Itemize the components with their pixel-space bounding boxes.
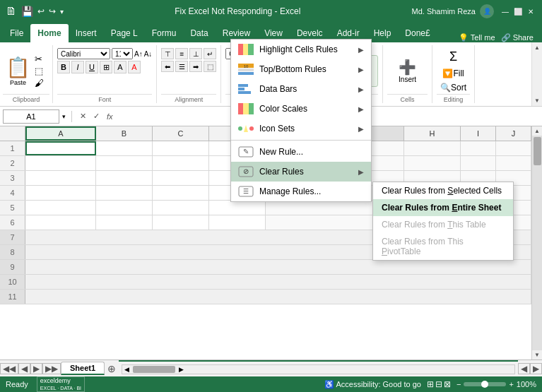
align-left-btn[interactable]: ⬅ [161,61,174,72]
paste-button[interactable]: 📋 Paste [3,54,33,88]
cf-menu-item-newrule[interactable]: ✎ New Rule... [231,142,371,162]
cell-b1[interactable] [96,141,153,155]
tab-formulas[interactable]: Formu [145,24,184,42]
col-header-b[interactable]: B [96,126,153,141]
cf-menu-item-managerules[interactable]: ☰ Manage Rules... [231,182,371,201]
cell-b5[interactable] [96,201,153,215]
col-header-c[interactable]: C [153,126,209,141]
increase-font-btn[interactable]: A↑ [134,50,143,58]
cell-h2[interactable] [404,156,461,170]
merge-btn[interactable]: ⬚ [204,61,216,72]
font-family-select[interactable]: Calibri [57,48,110,59]
clear-button[interactable]: 🔍Sort [439,81,468,94]
tab-done[interactable]: Done£ [398,24,437,42]
minimize-icon[interactable]: — [500,6,511,17]
zoom-in-btn[interactable]: + [509,380,513,388]
autosum-button[interactable]: Σ [448,48,459,66]
tab-file[interactable]: File [3,24,30,42]
tab-insert[interactable]: Insert [69,24,104,42]
clear-entire-sheet[interactable]: Clear Rules from Entire Sheet [373,199,513,216]
scroll-thumb[interactable] [534,137,541,165]
col-header-j[interactable]: J [496,126,531,141]
cf-menu-item-databars[interactable]: Data Bars ▶ [231,79,371,99]
name-box-arrow[interactable]: ▾ [62,113,66,120]
cell-b6[interactable] [96,215,153,230]
cell-c6[interactable] [153,215,209,230]
cell-d5[interactable] [209,201,266,215]
cell-b3[interactable] [96,171,153,185]
underline-btn[interactable]: U [86,61,98,73]
col-header-i[interactable]: I [461,126,496,141]
col-header-a[interactable]: A [25,126,96,141]
border-btn[interactable]: ⊞ [100,61,112,73]
format-painter-button[interactable]: 🖌 [35,78,44,88]
cell-c3[interactable] [153,171,209,185]
scroll-up-arrow[interactable]: ▲ [533,126,541,136]
page-break-btn[interactable]: ⊠ [444,379,451,389]
font-size-select[interactable]: 11 [112,48,133,59]
cell-a4[interactable] [25,186,96,200]
copy-button[interactable]: ⬚ [35,66,44,76]
cell-c1[interactable] [153,141,209,155]
sheet-nav-prev[interactable]: ◀ [18,363,30,374]
insert-cells-button[interactable]: ➕ Insert [396,57,419,85]
ribbon-scroll-down[interactable]: ▼ [532,95,542,106]
cf-menu-item-colorscales[interactable]: Color Scales ▶ [231,99,371,119]
col-header-h[interactable]: H [404,126,461,141]
align-top-btn[interactable]: ⊤ [161,48,174,59]
cell-a5[interactable] [25,201,96,215]
confirm-formula-icon[interactable]: ✓ [91,112,102,121]
scroll-track[interactable] [532,136,542,350]
insert-function-icon[interactable]: fx [105,112,115,121]
name-box[interactable] [3,109,59,124]
align-right-btn[interactable]: ➡ [189,61,202,72]
decrease-font-btn[interactable]: A↓ [144,50,153,58]
h-scroll-thumb[interactable] [133,366,175,373]
cell-i1[interactable] [461,141,496,155]
maximize-icon[interactable]: ⬜ [512,6,524,17]
cell-a3[interactable] [25,171,96,185]
cut-button[interactable]: ✂ [35,54,44,64]
cell-j2[interactable] [496,156,531,170]
align-center-btn[interactable]: ☰ [175,61,188,72]
scroll-down-arrow[interactable]: ▼ [533,350,541,360]
avatar[interactable]: 👤 [480,4,494,18]
h-scroll-right[interactable]: ▶ [177,366,186,373]
cell-i2[interactable] [461,156,496,170]
tab-home[interactable]: Home [30,24,68,42]
sheet-tab-sheet1[interactable]: Sheet1 [61,362,105,375]
fill-button[interactable]: 🔽Fill [441,67,465,80]
sheet-nav-next[interactable]: ▶ [30,363,42,374]
bold-btn[interactable]: B [57,61,70,73]
cell-d6[interactable] [209,215,266,230]
page-layout-btn[interactable]: ⊟ [435,379,442,389]
cell-c2[interactable] [153,156,209,170]
clear-rules-submenu[interactable]: Clear Rules from Selected Cells Clear Ru… [372,182,514,261]
cell-c5[interactable] [153,201,209,215]
normal-view-btn[interactable]: ⊞ [427,379,434,389]
cf-menu-item-iconsets[interactable]: Icon Sets ▶ [231,119,371,138]
undo-icon[interactable]: ↩ [37,6,45,16]
cell-j1[interactable] [496,141,531,155]
cell-a2[interactable] [25,156,96,170]
clear-selected-cells[interactable]: Clear Rules from Selected Cells [373,182,513,199]
window-controls[interactable]: — ⬜ ✕ [500,6,536,17]
h-scroll-left[interactable]: ◀ [122,366,131,373]
cell-a1[interactable] [25,141,96,155]
cell-b4[interactable] [96,186,153,200]
cell-a6[interactable] [25,215,96,230]
ribbon-scroll-up[interactable]: ▲ [532,42,542,53]
fill-color-btn[interactable]: A [114,61,126,73]
cf-menu-item-clearrules[interactable]: ⊘ Clear Rules ▶ [231,162,371,182]
zoom-out-btn[interactable]: − [456,380,461,388]
cell-b2[interactable] [96,156,153,170]
redo-icon[interactable]: ↪ [49,6,56,16]
font-color-btn[interactable]: A [128,61,141,73]
cf-dropdown-menu[interactable]: Highlight Cells Rules ▶ 10 Top/Bottom Ru… [230,39,372,202]
italic-btn[interactable]: I [71,61,84,73]
save-icon[interactable]: 💾 [21,6,33,17]
h-scroll-nav-left[interactable]: ◀ [518,363,530,374]
accessibility-btn[interactable]: ♿ Accessibility: Good to go [324,380,421,389]
cell-c4[interactable] [153,186,209,200]
vertical-scrollbar[interactable]: ▲ ▼ [531,126,542,360]
